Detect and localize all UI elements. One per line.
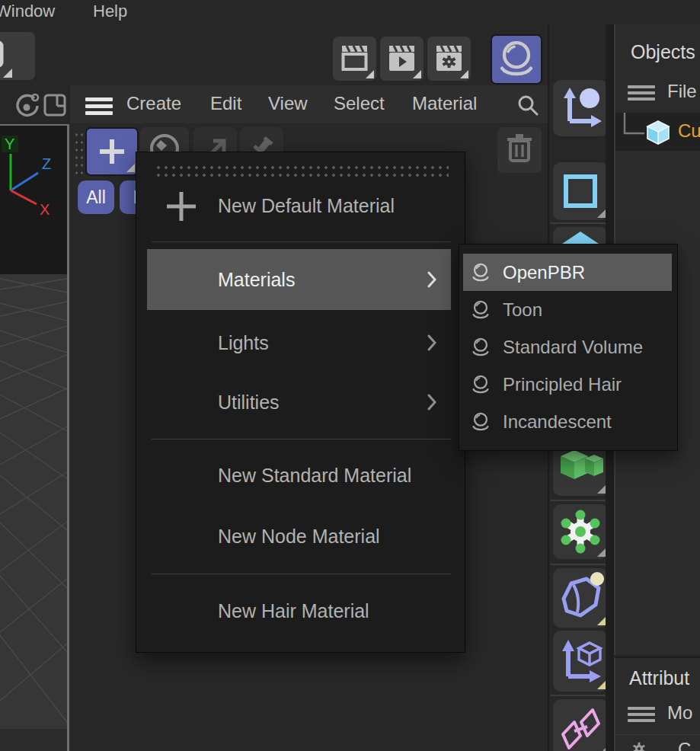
- submenu-item-label: Principled Hair: [503, 374, 622, 395]
- axis-label-z: Z: [42, 155, 51, 172]
- menu-select[interactable]: Select: [334, 85, 385, 123]
- submenu-item-toon[interactable]: Toon: [463, 291, 672, 328]
- menu-item-utilities[interactable]: Utilities: [147, 372, 451, 432]
- viewport[interactable]: Y Z X: [0, 124, 69, 751]
- material-ball-icon: [469, 411, 492, 433]
- chevron-right-icon: [427, 270, 437, 289]
- materials-submenu: OpenPBR Toon Standard Volume: [459, 244, 678, 451]
- attributes-panel: Attribut Mo C: [614, 657, 700, 751]
- corner-triangle: [597, 617, 606, 625]
- navigation-ball-icon[interactable]: [14, 92, 40, 120]
- move-axis-icon: [553, 80, 608, 136]
- menu-item-label: Utilities: [218, 391, 280, 414]
- toolbar-separator: [551, 695, 609, 696]
- toolbar-partial-button[interactable]: [0, 32, 35, 80]
- submenu-item-incandescent[interactable]: Incandescent: [463, 403, 672, 440]
- corner-triangle: [126, 164, 135, 172]
- menu-item-new-hair-material[interactable]: New Hair Material: [147, 584, 451, 638]
- menu-material[interactable]: Material: [412, 85, 477, 123]
- submenu-item-principled-hair[interactable]: Principled Hair: [463, 366, 672, 403]
- submenu-item-standard-volume[interactable]: Standard Volume: [463, 328, 672, 366]
- workspace-mini-panel: [0, 85, 69, 124]
- viewport-bottom-band: [0, 729, 67, 751]
- menu-edit[interactable]: Edit: [210, 85, 241, 123]
- menu-item-label: New Default Material: [218, 195, 395, 217]
- application-window: Window Help: [0, 0, 700, 751]
- menu-item-label: New Node Material: [218, 526, 380, 548]
- chevron-right-icon: [427, 393, 437, 411]
- toolbar-separator: [551, 222, 609, 224]
- material-ball-icon: [469, 299, 492, 321]
- submenu-item-label: Standard Volume: [503, 337, 643, 358]
- menu-separator: [152, 439, 451, 439]
- volume-cubes-button[interactable]: [553, 444, 608, 496]
- deformer-button[interactable]: [553, 568, 608, 628]
- menu-view[interactable]: View: [268, 85, 308, 123]
- object-name-label[interactable]: Cu: [678, 120, 700, 142]
- objects-file-menu[interactable]: File: [667, 81, 697, 102]
- corner-triangle: [460, 70, 468, 78]
- new-material-button[interactable]: [85, 127, 139, 176]
- menu-item-label: New Hair Material: [218, 600, 369, 622]
- corner-triangle: [3, 69, 12, 78]
- instance-diamonds-icon: [553, 699, 608, 751]
- attributes-partial-label: C: [678, 739, 691, 751]
- material-ball-icon: [469, 373, 492, 396]
- chevron-right-icon: [427, 334, 437, 352]
- axis-gizmo: Y Z X: [0, 129, 61, 221]
- corner-triangle: [597, 209, 606, 218]
- objects-hamburger-icon[interactable]: [628, 82, 655, 104]
- submenu-item-label: Incandescent: [503, 411, 612, 433]
- viewport-grid: [0, 274, 67, 731]
- submenu-item-label: OpenPBR: [503, 262, 585, 283]
- menu-create[interactable]: Create: [126, 85, 181, 123]
- menu-item-new-default-material[interactable]: New Default Material: [147, 182, 451, 229]
- render-settings-button[interactable]: [427, 37, 471, 81]
- axis-label-x: X: [40, 201, 50, 218]
- corner-triangle: [413, 70, 421, 78]
- panel-drag-handle[interactable]: [73, 130, 84, 176]
- attributes-separator: [615, 734, 700, 735]
- menu-item-label: New Standard Material: [218, 465, 411, 487]
- attributes-mode-menu[interactable]: Mo: [667, 702, 692, 724]
- render-view-button[interactable]: [333, 37, 376, 81]
- toolbar-separator: [551, 500, 609, 501]
- render-picture-viewer-button[interactable]: [380, 37, 424, 81]
- attributes-panel-title: Attribut: [629, 667, 689, 689]
- submenu-item-openpbr[interactable]: OpenPBR: [463, 254, 672, 291]
- menu-separator: [152, 574, 451, 574]
- objects-panel-title: Objects: [631, 41, 695, 63]
- instance-button[interactable]: [553, 699, 608, 751]
- delete-material-button[interactable]: [497, 127, 542, 173]
- menu-window[interactable]: Window: [0, 0, 55, 24]
- material-manager-button[interactable]: [491, 34, 542, 85]
- layout-icon[interactable]: [43, 92, 67, 118]
- corner-triangle: [597, 748, 606, 751]
- corner-triangle: [597, 681, 606, 689]
- corner-triangle: [597, 485, 606, 494]
- menu-item-lights[interactable]: Lights: [147, 313, 451, 372]
- object-tree-row[interactable]: Cu: [615, 113, 700, 151]
- hamburger-icon[interactable]: [85, 94, 113, 118]
- simulation-button[interactable]: [553, 504, 608, 559]
- move-axis-button[interactable]: [553, 80, 608, 136]
- menu-help[interactable]: Help: [93, 0, 127, 24]
- gear-icon[interactable]: [631, 740, 647, 751]
- menu-item-new-standard-material[interactable]: New Standard Material: [147, 449, 451, 502]
- filter-all-button[interactable]: All: [78, 181, 114, 214]
- top-menu-bar: Window Help: [0, 0, 700, 24]
- menu-item-materials[interactable]: Materials: [147, 249, 451, 310]
- menu-item-new-node-material[interactable]: New Node Material: [147, 510, 451, 563]
- rectangle-selection-button[interactable]: [553, 162, 608, 220]
- attributes-hamburger-icon[interactable]: [628, 704, 655, 725]
- search-icon[interactable]: [516, 94, 539, 117]
- corner-triangle: [366, 70, 374, 78]
- submenu-item-label: Toon: [503, 299, 542, 321]
- material-ball-icon: [469, 261, 492, 284]
- coordinates-button[interactable]: [553, 631, 608, 692]
- corner-triangle: [597, 548, 606, 557]
- material-manager-menu-bar: Create Edit View Select Material: [70, 85, 548, 123]
- menu-item-label: Lights: [218, 332, 269, 354]
- cube-icon[interactable]: [644, 119, 672, 146]
- menu-drag-handle[interactable]: [153, 162, 449, 178]
